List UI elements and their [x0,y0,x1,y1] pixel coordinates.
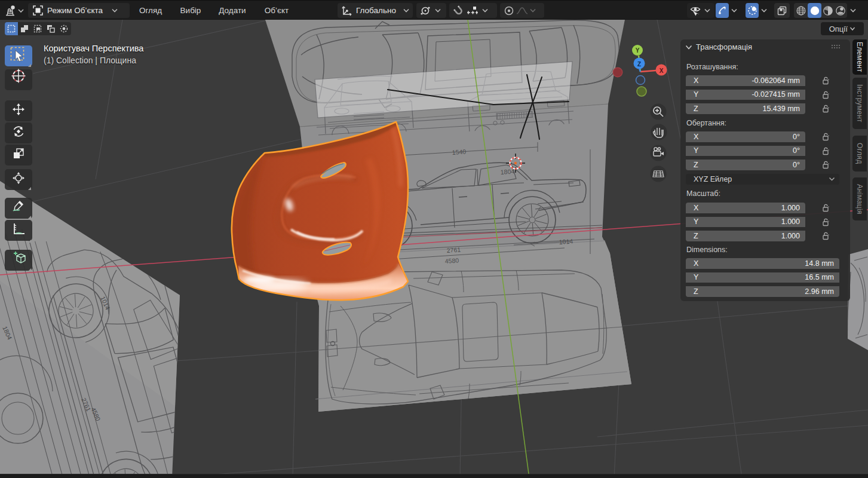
svg-text:Z: Z [637,61,641,68]
svg-text:1014: 1014 [559,237,573,246]
svg-text:4580: 4580 [444,256,459,265]
svg-text:2761: 2761 [446,246,461,254]
svg-text:Y: Y [636,47,640,54]
svg-text:1540: 1540 [452,148,466,156]
svg-text:1804: 1804 [500,167,514,176]
svg-text:X: X [660,68,664,74]
